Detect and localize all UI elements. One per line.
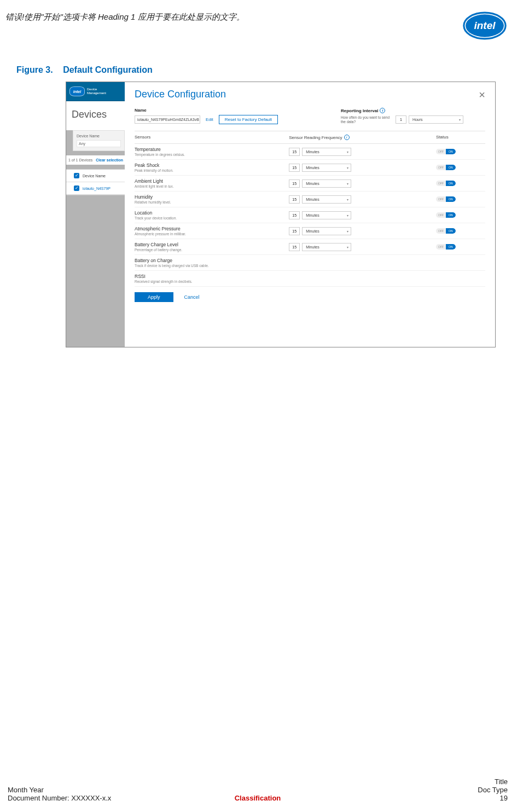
sensor-frequency-cell: 15Minutes▾ — [289, 227, 436, 235]
sensor-desc: Ambient light level in lux. — [135, 184, 289, 188]
device-list-header[interactable]: ✓ Device Name — [66, 170, 125, 182]
toggle-on-label: ON — [446, 244, 456, 250]
sensor-row: Battery on ChargeTrack if device is bein… — [135, 255, 485, 271]
info-icon[interactable]: i — [344, 135, 350, 140]
status-toggle[interactable]: OFFON — [436, 196, 456, 202]
figure-title: Default Configuration — [63, 65, 153, 74]
status-toggle[interactable]: OFFON — [436, 228, 456, 234]
toggle-off-label: OFF — [436, 165, 446, 170]
reporting-label-text: Reporting Interval — [341, 108, 378, 113]
page-footer: Title Month Year Doc Type Document Numbe… — [8, 778, 508, 802]
frequency-unit-select[interactable]: Minutes▾ — [302, 211, 351, 219]
sensor-desc: Received signal strength in decibels. — [135, 280, 289, 283]
sensor-info: LocationTrack your device location. — [135, 210, 289, 220]
status-toggle[interactable]: OFFON — [436, 165, 456, 170]
frequency-unit-select[interactable]: Minutes▾ — [302, 195, 351, 204]
status-toggle[interactable]: OFFON — [436, 149, 456, 154]
device-list: ✓ Device Name ✓ iotauto_N4S79P — [66, 169, 125, 195]
frequency-value-input[interactable]: 15 — [289, 148, 300, 156]
frequency-unit-label: Minutes — [306, 166, 319, 170]
footer-classification: Classification — [8, 794, 508, 802]
toggle-off-label: OFF — [436, 228, 446, 234]
sensor-status-cell: OFFON — [436, 196, 485, 202]
sensor-info: Peak ShockPeak intensity of motion. — [135, 163, 289, 172]
sensor-desc: Peak intensity of motion. — [135, 169, 289, 172]
sensor-name: Ambient Light — [135, 178, 289, 184]
device-header-label: Device Name — [83, 174, 106, 178]
footer-right-title: Title — [495, 778, 508, 786]
frequency-value-input[interactable]: 15 — [289, 243, 300, 251]
toggle-on-label: ON — [446, 165, 456, 170]
toggle-off-label: OFF — [436, 149, 446, 154]
sensor-row: Peak ShockPeak intensity of motion.15Min… — [135, 160, 485, 176]
cancel-link[interactable]: Cancel — [184, 294, 200, 300]
status-toggle[interactable]: OFFON — [436, 212, 456, 218]
intel-mini-logo-icon: intel — [69, 86, 85, 96]
frequency-value-input[interactable]: 15 — [289, 195, 300, 204]
sensor-name: Location — [135, 210, 289, 216]
sensor-row: TemperatureTemperature in degrees celsiu… — [135, 144, 485, 160]
sensor-status-cell: OFFON — [436, 212, 485, 218]
frequency-unit-select[interactable]: Minutes▾ — [302, 164, 351, 172]
brand-line1: Device — [87, 88, 106, 91]
sensor-frequency-cell: 15Minutes▾ — [289, 148, 436, 156]
frequency-value-input[interactable]: 15 — [289, 164, 300, 172]
clear-selection-link[interactable]: Clear selection — [96, 158, 123, 162]
header-frequency-text: Sensor Reading Frequency — [289, 135, 342, 140]
apply-button[interactable]: Apply — [135, 292, 173, 302]
device-name: iotauto_N4S79P — [83, 187, 111, 190]
main-panel: × Device Configuration Name iotauto_N4S7… — [125, 82, 495, 347]
sidebar-brand[interactable]: intel Device Management — [66, 82, 125, 101]
header-frequency: Sensor Reading Frequency i — [289, 135, 436, 140]
frequency-unit-select[interactable]: Minutes▾ — [302, 243, 351, 251]
sensor-row: Atmospheric PressureAtmospheric pressure… — [135, 223, 485, 239]
checkbox-icon[interactable]: ✓ — [74, 173, 79, 178]
frequency-unit-select[interactable]: Minutes▾ — [302, 227, 351, 235]
frequency-unit-label: Minutes — [306, 245, 319, 249]
chevron-down-icon: ▾ — [347, 229, 348, 233]
reporting-label: Reporting Interval i — [341, 108, 390, 113]
reporting-column: Reporting Interval i How often do you wa… — [341, 108, 485, 124]
frequency-value-input[interactable]: 15 — [289, 179, 300, 188]
filter-value[interactable]: Any — [77, 140, 121, 147]
frequency-unit-select[interactable]: Minutes▾ — [302, 148, 351, 156]
brand-line2: Management — [87, 91, 106, 95]
header-error-text: 错误!使用"开始"选项卡将 Heading 1 应用于要在此处显示的文字。 — [5, 11, 245, 22]
toggle-on-label: ON — [446, 149, 456, 154]
footer-left-date: Month Year — [8, 786, 44, 794]
sensor-row: HumidityRelative humidity level.15Minute… — [135, 192, 485, 207]
sidebar-counter: 1 of 1 Devices Clear selection — [66, 155, 125, 165]
sidebar: intel Device Management Devices Device N… — [66, 82, 125, 347]
chevron-down-icon: ▾ — [347, 245, 348, 249]
sensor-info: Battery on ChargeTrack if device is bein… — [135, 258, 289, 268]
sensor-desc: Temperature in degrees celsius. — [135, 153, 289, 156]
reset-to-factory-button[interactable]: Reset to Factory Default — [219, 115, 278, 124]
reporting-interval-unit-select[interactable]: Hours ▾ — [409, 115, 463, 124]
chevron-down-icon: ▾ — [347, 198, 348, 201]
sensor-rows-container: TemperatureTemperature in degrees celsiu… — [135, 144, 485, 287]
filter-box: Device Name Any — [73, 130, 125, 151]
info-icon[interactable]: i — [380, 108, 385, 113]
device-list-item[interactable]: ✓ iotauto_N4S79P — [66, 182, 125, 195]
frequency-value-input[interactable]: 15 — [289, 227, 300, 235]
frequency-value-input[interactable]: 15 — [289, 211, 300, 219]
edit-link[interactable]: Edit — [206, 117, 213, 122]
sensor-frequency-cell: 15Minutes▾ — [289, 179, 436, 188]
reporting-interval-value[interactable]: 1 — [396, 115, 406, 124]
frequency-unit-select[interactable]: Minutes▾ — [302, 179, 351, 188]
sensor-info: Atmospheric PressureAtmospheric pressure… — [135, 226, 289, 236]
sensor-table-header: Sensors Sensor Reading Frequency i Statu… — [135, 131, 485, 144]
name-controls: iotauto_N4S79PEuHGm8Z4ZLA3vB Edit Reset … — [135, 115, 308, 124]
sensor-status-cell: OFFON — [436, 228, 485, 234]
status-toggle[interactable]: OFFON — [436, 181, 456, 186]
close-icon[interactable]: × — [479, 89, 485, 101]
sensor-status-cell: OFFON — [436, 244, 485, 250]
header-status: Status — [436, 135, 485, 140]
screenshot-figure: intel Device Management Devices Device N… — [66, 82, 496, 347]
sensor-name: Humidity — [135, 194, 289, 200]
status-toggle[interactable]: OFFON — [436, 244, 456, 250]
sensor-row: Battery Charge LevelPercentage of batter… — [135, 239, 485, 255]
device-name-input[interactable]: iotauto_N4S79PEuHGm8Z4ZLA3vB — [135, 115, 200, 124]
checkbox-icon[interactable]: ✓ — [74, 185, 79, 191]
toggle-off-label: OFF — [436, 244, 446, 250]
